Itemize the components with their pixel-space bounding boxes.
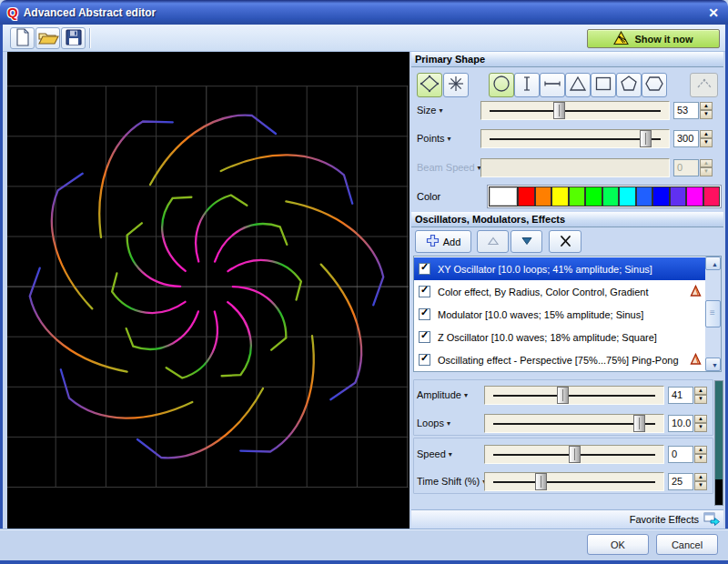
points-spinner: ▲▼ [700,130,713,147]
color-swatch[interactable] [551,186,569,206]
zigzag-shape-button[interactable] [690,73,718,97]
effect-checkbox[interactable]: ✓ [419,331,430,343]
size-slider[interactable] [480,101,670,120]
open-file-button[interactable] [35,27,60,49]
effect-item[interactable]: ✓XY Oscillator [10.0 loops; 41% amplitud… [414,257,705,280]
speed-label[interactable]: Speed▾ [411,448,484,459]
triangle-shape-button[interactable] [565,73,591,97]
speed-slider-thumb[interactable] [569,446,581,463]
size-spin-up[interactable]: ▲ [700,102,713,111]
amplitude-spin-down[interactable]: ▼ [694,395,707,404]
effect-item[interactable]: ✓Color effect, By Points, Color Control,… [414,371,705,372]
time-shift-spin-down[interactable]: ▼ [694,481,707,490]
speed-spin-up[interactable]: ▲ [694,446,707,455]
speed-slider[interactable] [484,445,664,464]
ok-button[interactable]: OK [587,534,649,555]
star-shape-button[interactable] [443,73,469,97]
beam-speed-spin-up[interactable]: ▲ [700,159,713,168]
color-swatch[interactable] [569,186,586,206]
show-it-now-button[interactable]: Show it now [587,29,720,48]
loops-slider-thumb[interactable] [633,415,645,432]
points-label[interactable]: Points▾ [411,133,480,144]
points-spin-up[interactable]: ▲ [700,130,713,139]
loops-value[interactable]: 10.0 [668,415,693,432]
effect-item[interactable]: ✓Z Oscillator [10.0 waves; 18% amplitude… [414,326,705,348]
size-spin-down[interactable]: ▼ [700,110,713,119]
color-swatch[interactable] [636,186,653,206]
hexagon-shape-button[interactable] [642,73,667,97]
amplitude-value[interactable]: 41 [668,387,693,404]
loops-spin-down[interactable]: ▼ [694,423,707,432]
beam-speed-label[interactable]: Beam Speed▾ [411,162,480,173]
vertical-line-shape-button[interactable] [514,73,540,97]
effect-item[interactable]: ✓Oscillating effect - Perspective [75%..… [414,348,705,371]
color-swatch[interactable] [652,186,670,206]
color-swatch[interactable] [703,186,721,206]
effects-list-scrollbar[interactable]: ▲ ▼ [705,257,721,371]
scrollbar-thumb[interactable] [705,300,721,327]
window-border-bottom [0,560,728,564]
time-shift-slider-thumb[interactable] [535,473,547,490]
points-value[interactable]: 300 [673,130,699,147]
scroll-up-icon[interactable]: ▲ [705,257,721,270]
effect-checkbox[interactable]: ✓ [419,263,430,275]
points-spin-down[interactable]: ▼ [700,138,713,147]
favorite-effects-label[interactable]: Favorite Effects [630,514,699,525]
color-swatch[interactable] [585,186,602,206]
color-swatch[interactable] [686,186,703,206]
show-it-now-label: Show it now [634,34,693,45]
size-value[interactable]: 53 [673,102,699,119]
beam-speed-slider[interactable] [480,158,670,177]
close-icon[interactable]: ✕ [708,5,719,20]
time-shift-label[interactable]: Time Shift (%)▾ [411,476,484,487]
color-swatch[interactable] [602,186,620,206]
points-slider[interactable] [480,129,670,148]
amplitude-slider-thumb[interactable] [557,387,569,404]
color-swatch[interactable] [619,186,636,206]
beam-speed-spin-down[interactable]: ▼ [700,167,713,176]
favorite-effects-icon[interactable] [703,512,720,528]
color-swatch[interactable] [518,186,535,206]
add-effect-button[interactable]: Add [415,230,471,253]
effect-checkbox[interactable]: ✓ [419,286,430,297]
save-file-button[interactable] [61,27,86,49]
time-shift-slider[interactable] [484,472,664,491]
points-slider-thumb[interactable] [640,130,652,147]
circle-shape-button[interactable] [489,73,514,97]
delete-effect-button[interactable] [549,230,581,253]
new-file-button[interactable] [10,27,35,49]
color-swatch[interactable] [535,186,552,206]
title-bar[interactable]: Q Advanced Abstract editor ✕ [0,0,728,25]
square-shape-button[interactable] [591,73,616,97]
beam-speed-spinner: ▲▼ [700,159,713,176]
cancel-button[interactable]: Cancel [656,534,718,555]
amplitude-spin-up[interactable]: ▲ [694,387,707,396]
amplitude-label[interactable]: Amplitude▾ [411,389,484,400]
size-slider-thumb[interactable] [553,102,565,119]
loops-spinner: ▲▼ [694,415,707,432]
size-label[interactable]: Size▾ [411,105,480,116]
advanced-abstract-editor-window: Q Advanced Abstract editor ✕ Show it now… [0,0,728,564]
pentagon-shape-button[interactable] [616,73,642,97]
color-swatch[interactable] [670,186,687,206]
effect-checkbox[interactable]: ✓ [419,308,430,320]
loops-slider[interactable] [484,414,664,433]
scroll-down-icon[interactable]: ▼ [705,358,721,371]
effect-item[interactable]: ✓Color effect, By Radius, Color Control,… [414,280,705,303]
loops-spin-up[interactable]: ▲ [694,415,707,424]
speed-value[interactable]: 0 [668,446,693,463]
metronome-icon [690,285,702,298]
color-swatch[interactable] [489,186,518,206]
effect-checkbox[interactable]: ✓ [419,354,430,366]
horizontal-line-shape-button[interactable] [540,73,565,97]
move-effect-down-button[interactable] [511,230,542,253]
speed-spin-down[interactable]: ▼ [694,454,707,463]
diamond-shape-button[interactable] [417,73,442,97]
beam-speed-value[interactable]: 0 [673,159,699,176]
effect-item[interactable]: ✓Modulator [10.0 waves; 15% amplitude; S… [414,303,705,326]
move-effect-up-button[interactable] [477,230,509,253]
time-shift-spin-up[interactable]: ▲ [694,473,707,482]
amplitude-slider[interactable] [484,386,664,405]
time-shift-value[interactable]: 25 [668,473,693,490]
loops-label[interactable]: Loops▾ [411,418,484,428]
